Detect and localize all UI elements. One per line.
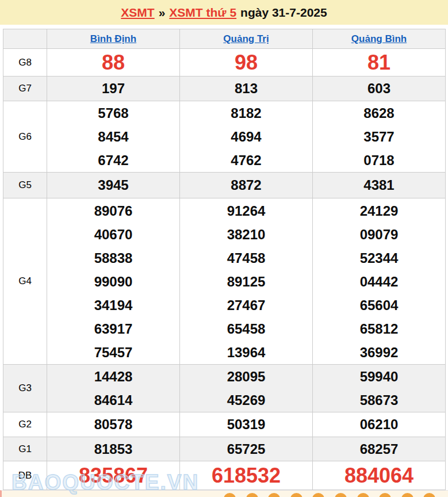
row-label-g1: G1 <box>3 437 47 461</box>
row-label-g3: G3 <box>3 365 47 412</box>
prize-value: 75457 <box>47 341 179 364</box>
prize-cell: 28095 45269 <box>180 365 313 412</box>
prize-value: 5768 <box>47 101 179 125</box>
prize-value: 3577 <box>313 125 445 148</box>
prize-value: 40670 <box>47 223 179 246</box>
prize-value: 8872 <box>180 173 313 198</box>
table-row-g7: G7 197 813 603 <box>3 77 446 101</box>
prize-value: 34194 <box>47 293 179 317</box>
prize-value: 52344 <box>313 246 445 270</box>
prize-value: 813 <box>180 77 313 101</box>
prize-value: 63917 <box>47 317 179 341</box>
prize-value: 24129 <box>313 199 445 223</box>
prize-value: 27467 <box>180 293 312 317</box>
prize-value: 91264 <box>180 199 312 223</box>
prize-value: 835867 <box>47 461 180 490</box>
prize-value: 8454 <box>47 125 179 148</box>
prize-value: 47458 <box>180 246 312 270</box>
prize-value: 38210 <box>180 223 312 246</box>
prize-value: 8628 <box>313 101 445 125</box>
row-label-g7: G7 <box>3 77 47 101</box>
prize-value: 28095 <box>180 365 312 388</box>
row-label-g5: G5 <box>3 173 47 198</box>
prize-value: 81853 <box>47 437 180 461</box>
prize-value: 58838 <box>47 246 179 270</box>
prize-value: 59940 <box>313 365 445 388</box>
row-label-g8: G8 <box>3 49 47 77</box>
row-label-g4: G4 <box>3 198 47 365</box>
prize-value: 4762 <box>180 148 312 172</box>
table-row-g1: G1 81853 65725 68257 <box>3 437 446 461</box>
table-row-g6: G6 5768 8454 6742 8182 4694 4762 8628 35… <box>3 101 446 173</box>
province-header-quang-tri: Quảng Trị <box>180 29 313 49</box>
prize-value: 197 <box>47 77 180 101</box>
prize-cell: 8628 3577 0718 <box>313 101 446 173</box>
row-label-db: ĐB <box>3 461 47 490</box>
prize-value: 14428 <box>47 365 179 388</box>
prize-value: 84614 <box>47 388 179 412</box>
prize-value: 65812 <box>313 317 445 341</box>
province-link-quang-binh[interactable]: Quảng Bình <box>351 33 407 44</box>
prize-cell: 59940 58673 <box>313 365 446 412</box>
xsmt-link[interactable]: XSMT <box>121 6 154 20</box>
prize-value: 80578 <box>47 412 180 437</box>
results-table: Bình Định Quảng Trị Quảng Bình G8 88 98 … <box>3 29 446 490</box>
prize-value: 89125 <box>180 270 312 293</box>
prize-value: 8182 <box>180 101 312 125</box>
prize-value: 04442 <box>313 270 445 293</box>
prize-value: 603 <box>313 77 446 101</box>
prize-value: 68257 <box>313 437 446 461</box>
empty-header-cell <box>3 29 47 49</box>
table-row-g2: G2 80578 50319 06210 <box>3 412 446 437</box>
prize-cell: 5768 8454 6742 <box>47 101 180 173</box>
row-label-g2: G2 <box>3 412 47 437</box>
table-row-g3: G3 14428 84614 28095 45269 59940 58673 <box>3 365 446 412</box>
prize-value: 884064 <box>313 461 446 490</box>
xsmt-thu5-link[interactable]: XSMT thứ 5 <box>169 6 236 20</box>
prize-cell: 89076 40670 58838 99090 34194 63917 7545… <box>47 198 180 365</box>
table-row-g8: G8 88 98 81 <box>3 49 446 77</box>
prize-cell: 91264 38210 47458 89125 27467 65458 1396… <box>180 198 313 365</box>
table-header-row: Bình Định Quảng Trị Quảng Bình <box>3 29 446 49</box>
prize-value: 99090 <box>47 270 179 293</box>
prize-cell: 8182 4694 4762 <box>180 101 313 173</box>
province-header-quang-binh: Quảng Bình <box>313 29 446 49</box>
prize-value: 0718 <box>313 148 445 172</box>
prize-value: 06210 <box>313 412 446 437</box>
prize-value: 45269 <box>180 388 312 412</box>
prize-cell: 14428 84614 <box>47 365 180 412</box>
prize-value: 3945 <box>47 173 180 198</box>
prize-value: 4694 <box>180 125 312 148</box>
prize-value: 65458 <box>180 317 312 341</box>
title-date: ngày 31-7-2025 <box>240 6 327 20</box>
province-link-quang-tri[interactable]: Quảng Trị <box>223 33 269 44</box>
prize-value: 09079 <box>313 223 445 246</box>
prize-value: 89076 <box>47 199 179 223</box>
prize-value: 6742 <box>47 148 179 172</box>
title-separator: » <box>159 6 166 20</box>
prize-value: 98 <box>180 49 313 77</box>
row-label-g6: G6 <box>3 101 47 173</box>
prize-value: 65604 <box>313 293 445 317</box>
prize-value: 58673 <box>313 388 445 412</box>
prize-value: 13964 <box>180 341 312 364</box>
prize-value: 618532 <box>180 461 313 490</box>
prize-value: 50319 <box>180 412 313 437</box>
province-header-binh-dinh: Bình Định <box>47 29 180 49</box>
table-row-g5: G5 3945 8872 4381 <box>3 173 446 198</box>
table-row-g4: G4 89076 40670 58838 99090 34194 63917 7… <box>3 198 446 365</box>
prize-value: 4381 <box>313 173 446 198</box>
page-title-bar: XSMT » XSMT thứ 5 ngày 31-7-2025 <box>0 0 448 25</box>
prize-cell: 24129 09079 52344 04442 65604 65812 3699… <box>313 198 446 365</box>
prize-value: 81 <box>313 49 446 77</box>
table-row-db: ĐB 835867 618532 884064 <box>3 461 446 490</box>
prize-value: 88 <box>47 49 180 77</box>
prize-value: 65725 <box>180 437 313 461</box>
province-link-binh-dinh[interactable]: Bình Định <box>90 33 136 44</box>
prize-value: 36992 <box>313 341 445 364</box>
